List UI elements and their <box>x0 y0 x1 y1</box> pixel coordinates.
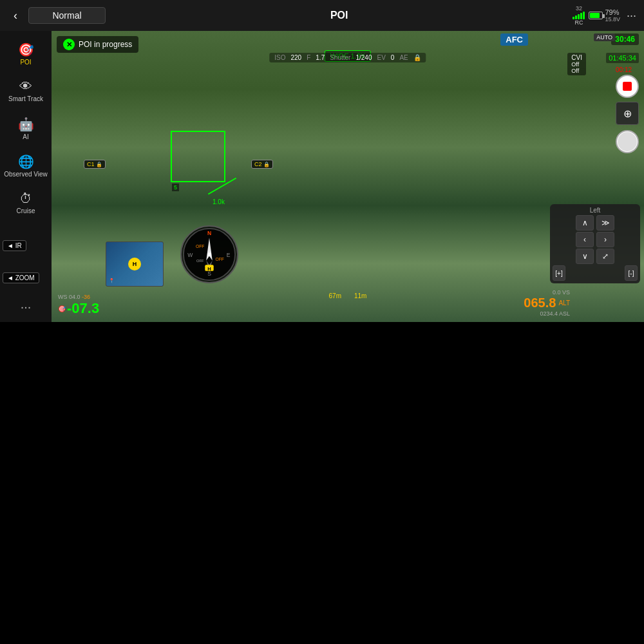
sidebar-more-top[interactable]: ··· <box>21 299 32 314</box>
compass-svg-top: N E S W OFF OFF OFF <box>182 225 237 283</box>
sidebar-cruise-label: Cruise <box>17 207 35 214</box>
svg-text:N: N <box>207 230 211 236</box>
poi-close-btn[interactable]: ✕ <box>63 39 75 50</box>
svg-point-10 <box>207 252 211 256</box>
sidebar-observed-label: Observed View <box>4 171 48 178</box>
ws-label-top: WS 04.0 -36 <box>58 294 99 300</box>
timer-top: 30:46 <box>611 33 639 45</box>
auto-badge-top: AUTO <box>594 33 615 41</box>
c2-lock-icon: 🔒 <box>263 162 270 167</box>
dir-row-up-top: ∧ ≫ <box>553 215 638 231</box>
ir-button-top[interactable]: ◄ IR <box>3 240 26 251</box>
bar5 <box>583 12 585 19</box>
iso-label-top: ISO <box>274 54 285 61</box>
poi-icon: 🎯 <box>18 42 34 57</box>
poi-in-progress-text: POI in progress <box>79 40 132 49</box>
poi-in-progress-badge[interactable]: ✕ POI in progress <box>57 36 138 53</box>
camera-bg-top: ✕ POI in progress 30:46 WIDE 1.9X ISO 22… <box>52 31 644 322</box>
zoom-plus-top[interactable]: [+] <box>553 265 565 281</box>
dir-pad-top: Left ∧ ≫ ‹ › ∨ ⤢ [+] [-] <box>550 204 640 283</box>
map-thumb-top[interactable]: H 📍 <box>106 242 164 287</box>
dir-up-top[interactable]: ∧ <box>576 215 594 231</box>
ev-label-top: EV <box>377 54 385 61</box>
top-panel: ‹ Normal POI 32 RC 79% <box>0 0 644 322</box>
back-button-top[interactable]: ‹ <box>5 5 26 26</box>
sidebar-item-observed[interactable]: 🌐 Observed View <box>4 148 48 183</box>
battery-block-top: 79% 15.8V <box>589 8 620 23</box>
track-dist-label: 1.0k <box>213 198 225 205</box>
settings-button-top[interactable]: ⊕ <box>616 102 639 125</box>
ai-icon-top: 🤖 <box>18 117 34 132</box>
c2-label-top: C2 <box>254 161 262 167</box>
svg-text:W: W <box>187 252 193 258</box>
observed-icon: 🌐 <box>18 154 34 169</box>
compass-top: N E S W OFF OFF OFF <box>180 225 238 283</box>
sidebar-item-ai[interactable]: 🤖 AI <box>4 111 48 146</box>
sidebar-item-poi[interactable]: 🎯 POI <box>4 36 48 71</box>
alt-row-top: 065.8 ALT <box>524 296 570 310</box>
shutter-button-top[interactable] <box>616 130 639 153</box>
vs-label-top: 0.0 VS <box>524 289 570 296</box>
map-inner-top: H 📍 <box>106 242 163 286</box>
rc-label-top: RC <box>574 19 583 26</box>
cruise-icon: ⏱ <box>19 191 32 206</box>
afc-badge-top: AFC <box>500 33 528 46</box>
page-title-top: POI <box>106 10 573 21</box>
track-number-top: 5 <box>172 184 179 191</box>
dir-left-top[interactable]: ‹ <box>576 232 594 247</box>
cvi-off1-top: Off <box>571 61 582 68</box>
asl-val-top: 0234.4 ASL <box>524 310 570 317</box>
record-button-top[interactable] <box>616 75 639 98</box>
cvi-label-top: CVI <box>571 54 582 61</box>
smart-track-icon: 👁 <box>19 79 32 94</box>
waypoint-c1-top: C1 🔒 <box>84 160 106 169</box>
sidebar-poi-label: POI <box>20 59 31 66</box>
shutter-val-top: 1/240 <box>355 54 372 61</box>
dir-double-right-top[interactable]: ≫ <box>596 215 614 231</box>
track-box-top: 5 <box>171 131 225 182</box>
battery-pct-top: 79% 15.8V <box>605 8 620 23</box>
speed-block-top: WS 04.0 -36 🎯 -07.3 <box>58 294 99 317</box>
topbar-right-top: 32 RC 79% 15.8V ··· <box>573 5 639 26</box>
sidebar-top: 🎯 POI 👁 Smart Track 🤖 AI 🌐 Observed View… <box>0 31 52 322</box>
bar3 <box>578 14 580 19</box>
alt-block-top: 0.0 VS 065.8 ALT 0234.4 ASL <box>524 289 570 317</box>
waypoint-c2-top: C2 🔒 <box>251 160 273 169</box>
more-options-top[interactable]: ··· <box>624 9 639 23</box>
distances-top: 67m 11m <box>329 292 367 299</box>
signal-count-top: 32 <box>576 5 582 12</box>
sidebar-item-cruise[interactable]: ⏱ Cruise <box>4 185 48 220</box>
cvi-off2-top: Off <box>571 68 582 74</box>
speed-val-top: -07.3 <box>67 300 99 317</box>
mode-selector-top[interactable]: Normal <box>28 7 106 24</box>
camera-view-top: ✕ POI in progress 30:46 WIDE 1.9X ISO 22… <box>52 31 644 322</box>
zoom-minus-top[interactable]: [-] <box>625 265 638 281</box>
topbar-top: ‹ Normal POI 32 RC 79% <box>0 0 644 31</box>
dir-row-down-top: ∨ ⤢ <box>553 249 638 264</box>
signal-block-top: 32 RC <box>573 5 585 26</box>
signal-bars-top <box>573 12 585 19</box>
shutter-label-top: Shutter <box>330 54 350 61</box>
map-label-top: 📍 <box>109 278 115 283</box>
bar4 <box>580 13 582 19</box>
svg-text:H: H <box>207 266 211 272</box>
f-val-top: 1.7 <box>316 54 325 61</box>
right-controls-top: ⊕ <box>616 102 639 153</box>
rec-time-top: 01:45:34 <box>606 53 639 63</box>
svg-text:E: E <box>227 252 231 258</box>
svg-text:OFF: OFF <box>196 259 204 263</box>
f-label-top: F <box>307 54 310 61</box>
dir-right-top[interactable]: › <box>596 232 614 247</box>
dir-down-top[interactable]: ∨ <box>576 249 594 264</box>
dir-expand-top[interactable]: ⤢ <box>596 249 614 264</box>
speed-row-top: 🎯 -07.3 <box>58 300 99 317</box>
sidebar-ai-label: AI <box>23 133 28 140</box>
cvi-badge-top: CVI Off Off <box>567 53 586 75</box>
svg-text:OFF: OFF <box>196 244 204 249</box>
zoom-button-top[interactable]: ◄ ZOOM <box>3 272 39 283</box>
alt-suffix-top: ALT <box>558 299 570 307</box>
dir-zoom-row-top: [+] [-] <box>553 265 638 281</box>
shutter-circle-top <box>618 132 637 151</box>
sidebar-item-smart-track[interactable]: 👁 Smart Track <box>4 73 48 108</box>
dir-row-mid-top: ‹ › <box>553 232 638 247</box>
